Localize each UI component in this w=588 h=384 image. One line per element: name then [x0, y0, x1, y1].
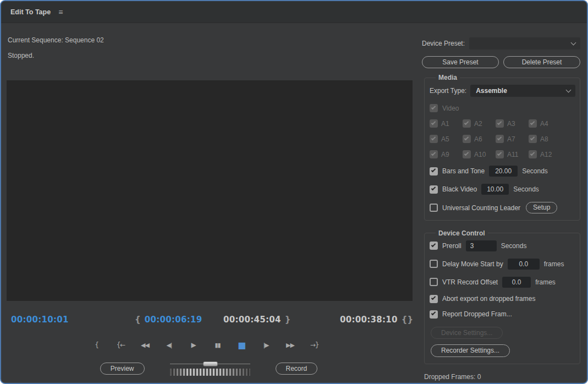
step-forward-button[interactable]: |▶ — [259, 338, 273, 352]
shuttle-slider-thumb[interactable] — [203, 361, 218, 366]
out-point-brace-icon: } — [285, 315, 291, 325]
vtr-record-offset-checkbox[interactable] — [430, 278, 438, 286]
go-to-out-point-button[interactable]: →} — [307, 338, 322, 352]
delay-movie-start-checkbox[interactable] — [430, 260, 438, 268]
abort-export-checkbox[interactable] — [430, 295, 438, 303]
report-dropped-frames-row: Report Dropped Fram... — [430, 310, 575, 319]
dropped-frames-label: Dropped Frames: 0 — [424, 373, 580, 381]
check-icon — [464, 136, 469, 140]
bars-and-tone-row: Bars and Tone Seconds — [430, 166, 575, 177]
record-button[interactable]: Record — [276, 363, 318, 375]
video-checkbox-row: Video — [430, 104, 575, 112]
play-button[interactable]: ▶ — [186, 338, 201, 352]
save-preset-button[interactable]: Save Preset — [422, 56, 499, 68]
universal-counting-leader-checkbox[interactable] — [430, 204, 438, 212]
check-icon — [497, 136, 502, 140]
audio-a11-checkbox — [496, 150, 504, 158]
setup-button[interactable]: Setup — [526, 202, 557, 213]
step-back-button[interactable]: ◀| — [162, 338, 177, 352]
current-timecode-value[interactable]: 00:00:10:01 — [11, 315, 69, 325]
report-dropped-frames-label: Report Dropped Fram... — [442, 310, 512, 318]
check-icon — [464, 120, 469, 125]
bars-and-tone-checkbox[interactable] — [430, 167, 438, 175]
universal-counting-leader-row: Universal Counting Leader Setup — [430, 202, 575, 213]
audio-row-3: A9 A10 A11 A12 — [430, 150, 575, 158]
duration-brace-icon: {} — [402, 315, 413, 325]
shuttle-slider[interactable] — [170, 361, 250, 366]
audio-a8-checkbox — [529, 135, 537, 143]
device-preset-dropdown[interactable] — [469, 37, 580, 50]
export-type-row: Export Type: Assemble — [430, 85, 575, 97]
jog-wheel[interactable] — [170, 369, 250, 376]
in-point-timecode[interactable]: { 00:00:06:19 — [135, 315, 202, 325]
black-video-duration-field[interactable] — [481, 184, 509, 195]
audio-a2-checkbox — [463, 119, 471, 128]
black-video-label: Black Video — [442, 185, 477, 193]
export-type-label: Export Type: — [430, 87, 466, 95]
export-type-value: Assemble — [476, 87, 507, 95]
black-video-row: Black Video Seconds — [430, 184, 575, 195]
media-group-legend: Media — [436, 74, 460, 81]
out-point-timecode[interactable]: 00:00:45:04 } — [223, 315, 290, 325]
recorder-settings-button[interactable]: Recorder Settings... — [431, 344, 510, 356]
audio-a9-checkbox — [430, 150, 438, 158]
current-timecode[interactable]: 00:00:10:01 — [11, 315, 69, 325]
in-point-timecode-value[interactable]: 00:00:06:19 — [145, 315, 202, 325]
out-point-timecode-value[interactable]: 00:00:45:04 — [223, 315, 281, 325]
audio-a2-label: A2 — [474, 120, 482, 128]
check-icon — [530, 151, 535, 156]
audio-a4-checkbox — [529, 119, 537, 128]
fast-forward-button[interactable]: ▶▶ — [283, 338, 298, 352]
audio-a6-label: A6 — [474, 135, 482, 143]
preroll-checkbox[interactable] — [430, 242, 438, 250]
bars-and-tone-duration-field[interactable] — [489, 166, 518, 177]
panel-menu-icon[interactable]: ≡ — [58, 8, 63, 16]
rewind-button[interactable]: ◀◀ — [138, 338, 152, 352]
settings-panel: Device Preset: Save Preset Delete Preset… — [416, 23, 587, 383]
delay-movie-start-field[interactable] — [508, 259, 540, 270]
bottom-controls: Preview Record — [1, 358, 416, 380]
panel-header: Edit To Tape ≡ — [1, 1, 587, 23]
preroll-seconds-field[interactable] — [466, 240, 497, 251]
audio-a6-checkbox — [463, 135, 471, 143]
audio-a3-label: A3 — [507, 120, 515, 128]
abort-export-label: Abort export on dropped frames — [442, 295, 535, 303]
device-settings-row: Device Settings... — [431, 327, 575, 339]
audio-a11-label: A11 — [507, 151, 518, 158]
vtr-record-offset-unit: frames — [535, 278, 556, 286]
in-point-brace-icon: { — [135, 315, 141, 325]
check-icon — [431, 105, 436, 109]
delay-movie-start-row: Delay Movie Start by frames — [430, 259, 575, 270]
go-to-in-point-button[interactable]: {← — [113, 338, 128, 352]
report-dropped-frames-checkbox[interactable] — [430, 310, 438, 319]
export-type-dropdown[interactable]: Assemble — [470, 85, 575, 97]
in-point-button[interactable]: { — [89, 338, 104, 352]
check-icon — [497, 120, 502, 125]
preroll-label: Preroll — [442, 242, 461, 250]
audio-a7-checkbox — [496, 135, 504, 143]
chevron-down-icon — [571, 40, 576, 46]
timecode-row: 00:00:10:01 { 00:00:06:19 00:00:45:04 } … — [1, 315, 416, 328]
preroll-row: Preroll Seconds — [430, 240, 575, 251]
check-icon — [431, 186, 436, 190]
black-video-checkbox[interactable] — [430, 185, 438, 194]
preview-button[interactable]: Preview — [100, 363, 145, 375]
duration-timecode-value[interactable]: 00:00:38:10 — [340, 315, 398, 325]
audio-a5-label: A5 — [441, 135, 449, 143]
check-icon — [431, 136, 436, 140]
check-icon — [431, 168, 436, 172]
device-control-group: Device Control Preroll Seconds Delay Mov… — [424, 229, 580, 364]
video-checkbox — [430, 104, 438, 112]
device-control-legend: Device Control — [436, 229, 488, 237]
video-checkbox-label: Video — [442, 105, 459, 112]
transport-controls: { {← ◀◀ ◀| ▶ ▮▮ ■ |▶ ▶▶ →} — [1, 338, 416, 352]
delete-preset-button[interactable]: Delete Preset — [503, 56, 580, 68]
current-sequence-label: Current Sequence: Sequence 02 — [8, 36, 104, 44]
audio-a12-label: A12 — [540, 151, 552, 158]
check-icon — [431, 295, 436, 300]
audio-a10-checkbox — [463, 150, 471, 158]
pause-button[interactable]: ▮▮ — [210, 338, 225, 352]
vtr-record-offset-field[interactable] — [502, 277, 531, 288]
duration-timecode[interactable]: 00:00:38:10 {} — [340, 315, 413, 325]
stop-button[interactable]: ■ — [234, 338, 249, 352]
